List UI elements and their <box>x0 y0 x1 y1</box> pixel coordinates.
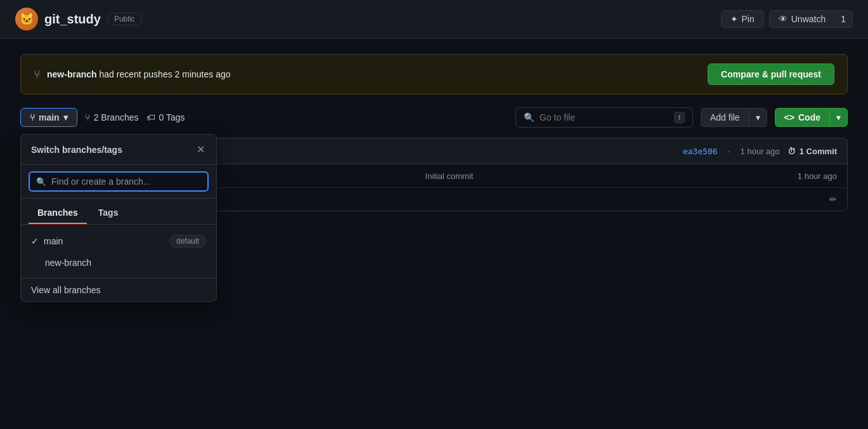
compare-pr-button[interactable]: Compare & pull request <box>708 63 834 85</box>
branch-selector-button[interactable]: ⑂ main ▾ <box>20 108 77 127</box>
pin-icon: ✦ <box>730 14 738 24</box>
tab-tags[interactable]: Tags <box>89 204 127 224</box>
unwatch-count-button[interactable]: 1 <box>834 10 853 28</box>
tag-icon: 🏷 <box>146 112 155 122</box>
dropdown-tabs: Branches Tags <box>21 199 216 225</box>
file-commit-message: Initial commit <box>425 171 474 181</box>
header-left: 🐱 git_study Public <box>15 8 142 30</box>
commit-time: 1 hour ago <box>741 147 780 156</box>
pin-label: Pin <box>742 14 755 24</box>
code-icon: <> <box>784 112 794 122</box>
edit-icon[interactable]: ✏ <box>829 194 837 204</box>
goto-file-input[interactable] <box>540 112 669 122</box>
main-content: ⑂ new-branch had recent pushes 2 minutes… <box>0 39 868 227</box>
view-all-branches-link[interactable]: View all branches <box>31 285 100 295</box>
tags-count-link[interactable]: 🏷 0 Tags <box>146 112 185 122</box>
branches-count-text: 2 Branches <box>94 112 139 122</box>
dropdown-search-icon: 🔍 <box>36 177 46 187</box>
default-badge: default <box>169 235 206 248</box>
commit-count-text: 1 Commit <box>800 147 837 156</box>
dropdown-search-area: 🔍 <box>21 165 216 199</box>
close-dropdown-button[interactable]: ✕ <box>195 142 206 157</box>
branches-count-link[interactable]: ⑂ 2 Branches <box>85 112 139 122</box>
branches-icon: ⑂ <box>85 112 90 122</box>
notification-banner: ⑂ new-branch had recent pushes 2 minutes… <box>20 54 848 95</box>
notification-message: had recent pushes 2 minutes ago <box>99 69 230 79</box>
notification-left: ⑂ new-branch had recent pushes 2 minutes… <box>34 68 231 81</box>
dropdown-header: Switch branches/tags ✕ <box>21 135 216 165</box>
unwatch-count: 1 <box>841 14 846 24</box>
tags-count-text: 0 Tags <box>159 112 185 122</box>
header-right: ✦ Pin 👁 Unwatch 1 <box>721 10 853 28</box>
tab-branches[interactable]: Branches <box>29 204 87 224</box>
branch-search-input[interactable] <box>51 176 201 187</box>
branch-icon: ⑂ <box>34 68 41 81</box>
check-icon-main: ✓ <box>31 236 39 246</box>
unwatch-group: 👁 Unwatch 1 <box>769 10 853 28</box>
branch-selector-label: main <box>39 112 60 122</box>
goto-file-search: 🔍 t <box>515 107 693 128</box>
header: 🐱 git_study Public ✦ Pin 👁 Unwatch 1 <box>0 0 868 39</box>
code-label: Code <box>798 112 820 122</box>
unwatch-button[interactable]: 👁 Unwatch <box>769 10 834 28</box>
branch-list: ✓ main default new-branch <box>21 225 216 278</box>
notification-branch-name: new-branch <box>47 69 97 79</box>
branch-dropdown-panel: Switch branches/tags ✕ 🔍 Branches Tags ✓… <box>20 134 217 302</box>
dropdown-search-inner: 🔍 <box>29 171 209 192</box>
branch-name-new-branch: new-branch <box>45 258 91 268</box>
repo-toolbar: ⑂ main ▾ ⑂ 2 Branches 🏷 0 Tags 🔍 t Add f… <box>20 107 848 128</box>
add-file-button[interactable]: Add file <box>701 108 749 127</box>
unwatch-label: Unwatch <box>791 14 826 24</box>
search-kbd-hint: t <box>674 112 685 123</box>
branch-name-main: main <box>44 236 63 246</box>
branch-item-main[interactable]: ✓ main default <box>21 230 216 253</box>
add-file-dropdown-button[interactable]: ▾ <box>749 108 767 127</box>
eye-icon: 👁 <box>779 14 787 24</box>
branch-item-new-branch[interactable]: new-branch <box>21 253 216 273</box>
search-icon: 🔍 <box>524 112 534 122</box>
notification-text: new-branch had recent pushes 2 minutes a… <box>47 69 231 79</box>
commit-count: ⏱ 1 Commit <box>787 147 837 156</box>
avatar: 🐱 <box>15 8 38 30</box>
commit-hash[interactable]: ea3e506 <box>683 147 718 156</box>
dropdown-footer: View all branches <box>21 278 216 301</box>
branch-selector-icon: ⑂ <box>30 112 35 122</box>
dropdown-title: Switch branches/tags <box>31 145 122 155</box>
code-dropdown-button[interactable]: ▾ <box>829 108 848 127</box>
pin-button[interactable]: ✦ Pin <box>721 10 764 28</box>
history-icon: ⏱ <box>787 147 796 156</box>
visibility-badge: Public <box>107 13 142 25</box>
repo-name: git_study <box>44 12 101 27</box>
file-time: 1 hour ago <box>798 171 837 181</box>
add-file-group: Add file ▾ <box>701 108 767 127</box>
code-button[interactable]: <> Code <box>775 108 829 127</box>
code-group: <> Code ▾ <box>775 108 848 127</box>
chevron-down-icon: ▾ <box>63 112 68 122</box>
